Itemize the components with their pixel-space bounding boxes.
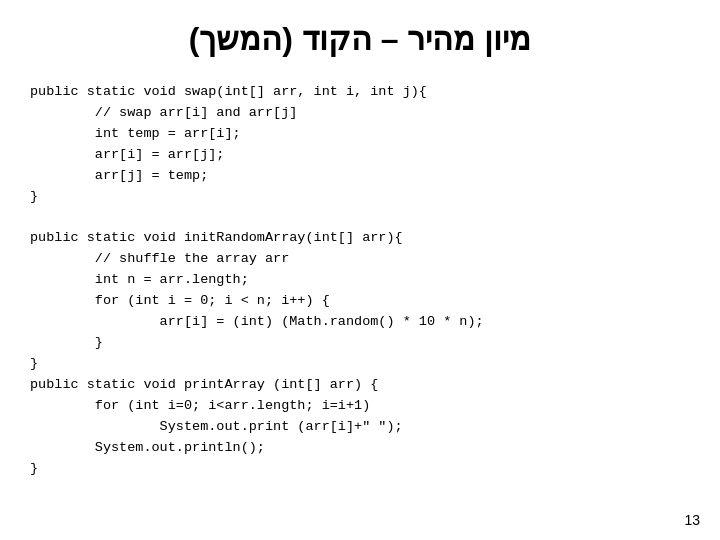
page-number: 13 <box>684 512 700 528</box>
title: מיון מהיר – הקוד (המשך) <box>0 0 720 76</box>
code-block: public static void swap(int[] arr, int i… <box>0 76 720 480</box>
